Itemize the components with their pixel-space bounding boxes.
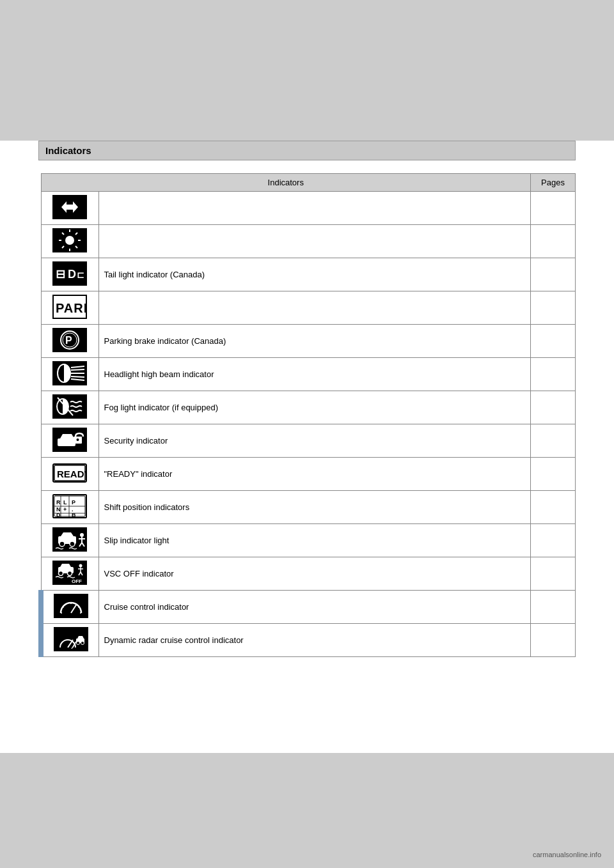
table-row: Fog light indicator (if equipped) bbox=[41, 391, 576, 424]
cruise-pages bbox=[531, 591, 576, 624]
security-pages bbox=[531, 424, 576, 458]
svg-text:PARK: PARK bbox=[56, 301, 87, 315]
shift-pages bbox=[531, 491, 576, 524]
pages-column-header: Pages bbox=[531, 174, 576, 192]
svg-text:⊏: ⊏ bbox=[77, 270, 84, 280]
vsc-label: VSC OFF indicator bbox=[98, 557, 531, 591]
svg-rect-34 bbox=[58, 438, 75, 446]
parking-brake-pages bbox=[531, 325, 576, 358]
table-row: ⊟ D ⊏ Tail light indicator (Canada) bbox=[41, 258, 576, 291]
security-label: Security indicator bbox=[98, 424, 531, 458]
svg-point-4 bbox=[65, 236, 74, 245]
headlight-icon-cell bbox=[41, 358, 98, 391]
bottom-gray-area bbox=[0, 753, 614, 868]
slip-icon-cell bbox=[41, 524, 98, 557]
park-icon-cell: PARK bbox=[41, 291, 98, 325]
radar-cruise-label: Dynamic radar cruise control indicator bbox=[98, 624, 531, 657]
ready-label: "READY" indicator bbox=[98, 458, 531, 491]
table-row bbox=[41, 225, 576, 258]
content-area: Indicators Pages bbox=[38, 173, 576, 657]
svg-point-36 bbox=[77, 438, 79, 441]
sun-light-pages bbox=[531, 225, 576, 258]
turn-signal-label bbox=[98, 192, 531, 225]
table-row: Cruise control indicator bbox=[41, 591, 576, 624]
table-row: Security indicator bbox=[41, 424, 576, 458]
indicators-table: Indicators Pages bbox=[38, 173, 576, 657]
shift-position-icon: R L P N + . D B bbox=[52, 494, 87, 518]
security-icon bbox=[52, 428, 87, 452]
cruise-control-icon bbox=[54, 594, 88, 618]
sun-icon-cell bbox=[41, 225, 98, 258]
parking-brake-icon-cell: P bbox=[41, 325, 98, 358]
table-row: OFF VSC OFF indicator bbox=[41, 557, 576, 591]
svg-text:B: B bbox=[72, 512, 76, 518]
svg-point-84 bbox=[81, 642, 84, 645]
headlight-pages bbox=[531, 358, 576, 391]
vsc-pages bbox=[531, 557, 576, 591]
fog-light-pages bbox=[531, 391, 576, 424]
svg-line-29 bbox=[71, 376, 84, 377]
headlight-high-beam-icon bbox=[52, 361, 87, 385]
section-title: Indicators bbox=[45, 145, 91, 156]
park-pages bbox=[531, 291, 576, 325]
table-row: READY "READY" indicator bbox=[41, 458, 576, 491]
svg-text:R: R bbox=[56, 499, 61, 506]
table-row: P Parking brake indicator (Canada) bbox=[41, 325, 576, 358]
parking-brake-label: Parking brake indicator (Canada) bbox=[98, 325, 531, 358]
svg-line-28 bbox=[71, 369, 84, 370]
tail-light-icon: ⊟ D ⊏ bbox=[52, 261, 87, 286]
svg-text:P: P bbox=[72, 499, 75, 506]
svg-point-67 bbox=[79, 564, 83, 568]
ready-icon-cell: READY bbox=[41, 458, 98, 491]
table-row: R L P N + . D B bbox=[41, 491, 576, 524]
svg-text:⊟: ⊟ bbox=[56, 268, 65, 281]
svg-text:+: + bbox=[63, 506, 67, 513]
svg-point-65 bbox=[59, 571, 63, 576]
table-row: PARK bbox=[41, 291, 576, 325]
top-gray-area bbox=[0, 0, 614, 141]
parking-brake-icon: P bbox=[52, 328, 87, 352]
headlight-label: Headlight high beam indicator bbox=[98, 358, 531, 391]
dynamic-radar-cruise-icon bbox=[54, 627, 88, 651]
section-header: Indicators bbox=[38, 141, 576, 160]
svg-point-56 bbox=[59, 541, 65, 546]
table-row: Slip indicator light bbox=[41, 524, 576, 557]
svg-point-66 bbox=[68, 571, 72, 576]
tail-light-label: Tail light indicator (Canada) bbox=[98, 258, 531, 291]
sun-light-label bbox=[98, 225, 531, 258]
turn-signal-icon-cell bbox=[41, 192, 98, 225]
tail-light-icon-cell: ⊟ D ⊏ bbox=[41, 258, 98, 291]
shift-icon-cell: R L P N + . D B bbox=[41, 491, 98, 524]
indicators-column-header: Indicators bbox=[41, 174, 531, 192]
svg-point-83 bbox=[76, 642, 79, 645]
ready-pages bbox=[531, 458, 576, 491]
watermark-text: carmanualsonline.info bbox=[533, 851, 601, 858]
svg-point-57 bbox=[70, 541, 75, 546]
vsc-off-icon: OFF bbox=[52, 561, 87, 585]
park-label bbox=[98, 291, 531, 325]
radar-cruise-icon-cell bbox=[41, 624, 98, 657]
svg-line-77 bbox=[63, 607, 64, 608]
svg-point-58 bbox=[80, 533, 84, 537]
watermark: carmanualsonline.info bbox=[533, 851, 601, 858]
park-icon: PARK bbox=[52, 295, 87, 319]
ready-indicator-icon: READY bbox=[52, 461, 87, 485]
svg-text:D: D bbox=[56, 512, 61, 518]
tail-light-pages bbox=[531, 258, 576, 291]
fog-light-icon-cell bbox=[41, 391, 98, 424]
table-row bbox=[41, 192, 576, 225]
cruise-label: Cruise control indicator bbox=[98, 591, 531, 624]
turn-signal-arrows-icon bbox=[52, 195, 87, 219]
slip-pages bbox=[531, 524, 576, 557]
slip-indicator-icon bbox=[52, 527, 87, 552]
svg-text:P: P bbox=[65, 335, 72, 346]
radar-cruise-pages bbox=[531, 624, 576, 657]
svg-text:READY: READY bbox=[57, 469, 87, 479]
svg-rect-73 bbox=[54, 594, 88, 618]
table-row: Dynamic radar cruise control indicator bbox=[41, 624, 576, 657]
page-wrapper: Indicators Indicators Pages bbox=[0, 0, 614, 868]
shift-label: Shift position indicators bbox=[98, 491, 531, 524]
vsc-icon-cell: OFF bbox=[41, 557, 98, 591]
svg-text:D: D bbox=[68, 268, 76, 281]
turn-signal-pages bbox=[531, 192, 576, 225]
